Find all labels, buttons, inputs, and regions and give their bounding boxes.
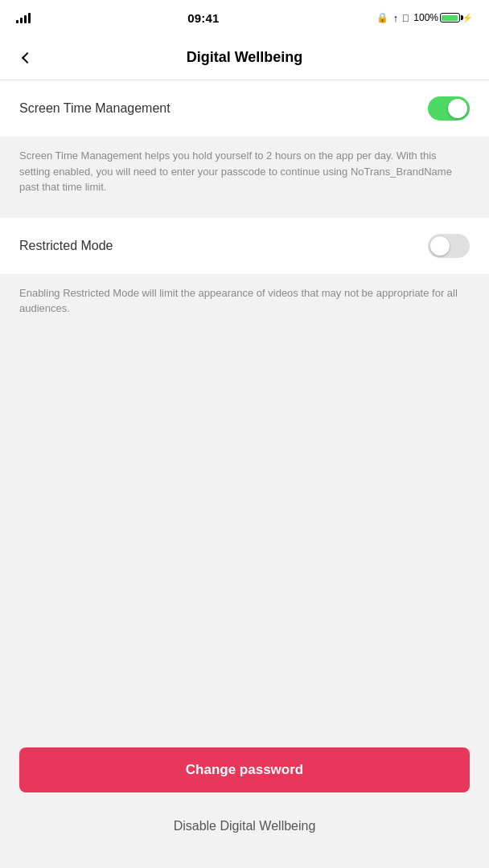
battery-icon bbox=[440, 13, 460, 23]
back-arrow-icon bbox=[22, 51, 33, 63]
bottom-actions: Change password Disable Digital Wellbein… bbox=[0, 747, 489, 868]
screen-time-toggle[interactable] bbox=[428, 96, 470, 121]
disable-digital-wellbeing-button[interactable]: Disable Digital Wellbeing bbox=[19, 809, 470, 844]
content: Screen Time Management Screen Time Manag… bbox=[0, 80, 489, 333]
status-bar: 09:41 🔒 ↑ ⎕ 100% ⚡ bbox=[0, 0, 489, 35]
signal-bars-icon bbox=[16, 12, 31, 23]
screen-time-label: Screen Time Management bbox=[19, 101, 171, 116]
change-password-label: Change password bbox=[186, 762, 303, 778]
location-icon: ↑ bbox=[393, 12, 399, 24]
charging-icon: ⚡ bbox=[462, 13, 473, 23]
signal-bar-4 bbox=[28, 13, 31, 23]
battery-percent: 100% bbox=[413, 12, 438, 23]
page-title: Digital Wellbeing bbox=[187, 49, 303, 66]
change-password-button[interactable]: Change password bbox=[19, 747, 470, 792]
signal-bar-2 bbox=[20, 18, 23, 23]
restricted-mode-description: Enabling Restricted Mode will limit the … bbox=[19, 287, 458, 315]
screen-time-toggle-thumb bbox=[448, 99, 467, 118]
section-divider-1 bbox=[0, 211, 489, 218]
mirror-icon: ⎕ bbox=[403, 13, 409, 23]
battery-fill bbox=[442, 15, 458, 21]
status-bar-left bbox=[16, 12, 31, 23]
disable-label: Disable Digital Wellbeing bbox=[174, 819, 316, 833]
battery-container: 100% ⚡ bbox=[413, 12, 473, 23]
restricted-mode-toggle-thumb bbox=[430, 236, 450, 256]
signal-bar-3 bbox=[24, 15, 27, 23]
status-time: 09:41 bbox=[187, 11, 219, 25]
signal-bar-1 bbox=[16, 20, 18, 23]
screen-time-row: Screen Time Management bbox=[0, 80, 489, 137]
restricted-mode-description-block: Enabling Restricted Mode will limit the … bbox=[0, 274, 489, 333]
page-wrapper: 09:41 🔒 ↑ ⎕ 100% ⚡ Digital Wellbeing bbox=[0, 0, 489, 868]
screen-time-description-block: Screen Time Management helps you hold yo… bbox=[0, 137, 489, 211]
restricted-mode-label: Restricted Mode bbox=[19, 239, 113, 253]
restricted-mode-toggle[interactable] bbox=[428, 234, 470, 258]
restricted-mode-row: Restricted Mode bbox=[0, 218, 489, 274]
header: Digital Wellbeing bbox=[0, 35, 489, 80]
lock-icon: 🔒 bbox=[376, 12, 388, 23]
status-bar-right: 🔒 ↑ ⎕ 100% ⚡ bbox=[376, 12, 473, 24]
screen-time-description: Screen Time Management helps you hold yo… bbox=[19, 149, 452, 193]
back-button[interactable] bbox=[13, 43, 42, 72]
